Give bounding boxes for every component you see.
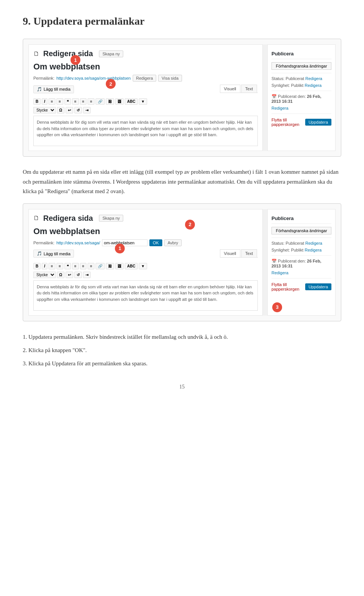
page-heading: 9. Uppdatera permalänkar [23,15,341,27]
special-btn-1d[interactable]: ⇥ [83,107,91,113]
italic-btn-2[interactable]: I [42,263,47,269]
status-label-2: Status: [271,241,284,245]
special-btn-2a[interactable]: Ω [57,272,64,278]
permalink-url-1: http://dev.soya.se/saga/om-webbplatsen [56,76,131,80]
published-label-2: Publicerat den: [278,259,306,263]
unlink-btn-2[interactable]: ⛓ [106,263,114,269]
status-row-2: Status: Publicerat Redigera [271,241,331,245]
status-row-1: Status: Publicerat Redigera [271,76,331,81]
status-value-2: Publicerat [286,241,304,245]
page-title-area-1: Om webbplatsen [33,62,258,72]
editor-tabs-1: Visuell Text [220,85,258,93]
visibility-link-2[interactable]: Redigera [304,248,322,252]
image-btn-1[interactable]: 🖼 [115,98,124,105]
format-select-1[interactable]: Stycke [33,107,56,113]
unlink-btn-1[interactable]: ⛓ [106,98,114,105]
published-label-1: Publicerat den: [278,94,306,99]
cancel-button-2[interactable]: Avbry [164,239,182,246]
media-icon-1: 🎵 [37,87,42,92]
forhandsgranska-button-1[interactable]: Förhandsgranska ändringar [271,62,331,70]
ok-button-2[interactable]: OK [149,239,162,246]
more-btn-1[interactable]: ▼ [139,98,147,105]
tab-text-2[interactable]: Text [241,249,257,257]
tab-visual-1[interactable]: Visuell [220,85,240,93]
page-icon-2: 🗋 [33,215,39,222]
status-link-2[interactable]: Redigera [305,241,322,245]
align-right-1[interactable]: ≡ [88,98,94,105]
align-center-2[interactable]: ≡ [80,263,87,269]
format-select-2[interactable]: Stycke [33,272,56,278]
link-btn-1[interactable]: 🔗 [96,98,105,105]
media-icon-2: 🎵 [37,251,42,256]
quote-2[interactable]: ❝ [64,263,71,269]
visibility-row-1: Synlighet: Publikt Redigera [271,83,331,88]
special-btn-2d[interactable]: ⇥ [83,272,91,278]
badge-1: 1 [71,55,80,65]
editor-content-2[interactable]: Denna webbplats är för dig som vill veta… [33,280,258,311]
published-link-1[interactable]: Redigera [271,106,289,110]
skapa-ny-button-2[interactable]: Skapa ny [99,215,123,222]
quote-open-1[interactable]: ❝ [64,98,71,105]
italic-btn-1[interactable]: I [42,98,47,105]
bold-btn-2[interactable]: B [33,263,41,269]
calendar-icon-2: 📅 [271,259,277,263]
lagg-till-media-button-2[interactable]: 🎵 Lägg till media [33,250,74,258]
align-left-2[interactable]: ≡ [72,263,79,269]
published-link-2[interactable]: Redigera [271,270,289,275]
permalink-label-1: Permalänk: [33,76,55,80]
status-label-1: Status: [271,76,284,81]
special-btn-1b[interactable]: ↩ [66,107,73,113]
bold-btn-1[interactable]: B [33,98,41,105]
special-btn-2c[interactable]: ↺ [74,272,82,278]
update-button-1[interactable]: Uppdatera [305,119,331,126]
special-btn-1a[interactable]: Ω [57,107,64,113]
visibility-link-1[interactable]: Redigera [304,83,322,88]
permalink-row-1: Permalänk: http://dev.soya.se/saga/om-we… [33,75,258,82]
ol-btn-1[interactable]: ≡ [56,98,63,105]
forhandsgranska-button-2[interactable]: Förhandsgranska ändringar [271,227,331,234]
skapa-ny-button-1[interactable]: Skapa ny [99,50,123,57]
publish-actions-2: Flytta till papperskorgen Uppdatera [271,282,331,291]
more-btn-2[interactable]: ▼ [139,263,147,269]
special-btn-2b[interactable]: ↩ [66,272,73,278]
abc-btn-1[interactable]: ABC [125,98,138,105]
link-btn-2[interactable]: 🔗 [96,263,105,269]
trash-button-1[interactable]: Flytta till papperskorgen [271,118,305,127]
update-button-2[interactable]: Uppdatera [305,283,331,290]
tab-text-1[interactable]: Text [241,85,257,93]
instruction-2: 2. Klicka på knappen "OK". [23,345,341,355]
visibility-label-2: Synlighet: [271,248,290,252]
align-right-2[interactable]: ≡ [88,263,94,269]
status-link-1[interactable]: Redigera [305,76,322,81]
page-title-2: Om webbplatsen [33,226,258,236]
media-tabs-row-1: 🎵 Lägg till media Visuell Text [33,85,258,96]
ul-btn-1[interactable]: ≡ [49,98,55,105]
ol-btn-2[interactable]: ≡ [56,263,63,269]
editor-content-1[interactable]: Denna webbplats är för dig som vill veta… [33,116,258,146]
wp-main-area-2: 🗋 Redigera sida Skapa ny Om webbplatsen … [28,209,263,316]
redigera-permalink-button-1[interactable]: Redigera [133,75,157,82]
wp-admin-ui-2: 🗋 Redigera sida Skapa ny Om webbplatsen … [28,209,336,316]
calendar-icon-1: 📅 [271,94,277,99]
visibility-row-2: Synlighet: Publikt Redigera [271,248,331,252]
visa-sida-button-1[interactable]: Visa sida [158,75,182,82]
editor-tabs-2: Visuell Text [220,249,258,258]
instruction-1: 1. Uppdatera permalänken. Skriv bindestr… [23,332,341,342]
lagg-till-media-button-1[interactable]: 🎵 Lägg till media [33,85,74,93]
editor-toolbar-4: Stycke Ω ↩ ↺ ⇥ [33,272,258,278]
publish-actions-1: Flytta till papperskorgen Uppdatera [271,118,331,127]
visibility-value-2: Publikt [291,248,303,252]
tab-visual-2[interactable]: Visuell [220,249,240,257]
image-btn-2[interactable]: 🖼 [115,263,124,269]
page-icon-1: 🗋 [33,50,39,57]
trash-button-2[interactable]: Flytta till papperskorgen [271,282,305,291]
special-btn-1c[interactable]: ↺ [74,107,82,113]
wp-header-2: 🗋 Redigera sida Skapa ny [33,214,258,223]
permalink-edit-input[interactable] [102,239,147,246]
screenshot-2: 1 2 3 🗋 Redigera sida Skapa ny Om webbpl… [23,203,341,321]
ul-btn-2[interactable]: ≡ [49,263,55,269]
align-left-1[interactable]: ≡ [72,98,79,105]
abc-btn-2[interactable]: ABC [125,263,138,269]
align-center-1[interactable]: ≡ [80,98,87,105]
publish-title-2: Publicera [271,213,331,224]
